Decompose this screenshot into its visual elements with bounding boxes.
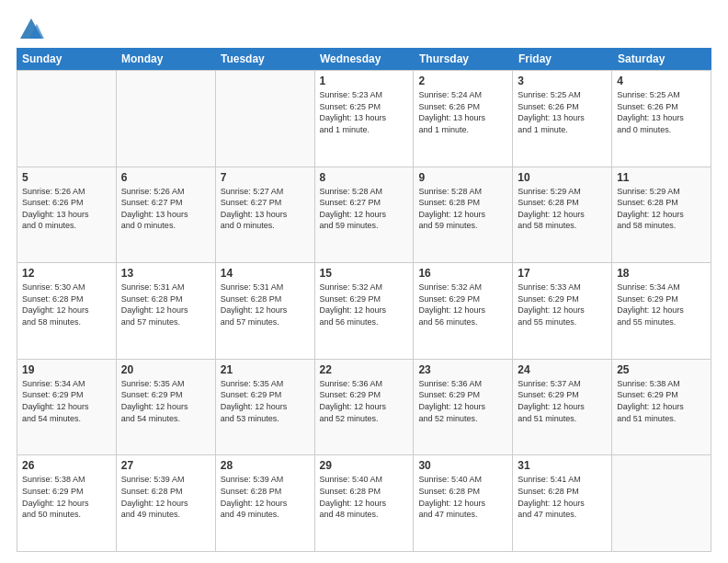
day-cell-21: 21Sunrise: 5:35 AM Sunset: 6:29 PM Dayli… xyxy=(216,360,315,455)
day-number: 18 xyxy=(617,267,706,280)
day-info: Sunrise: 5:35 AM Sunset: 6:29 PM Dayligh… xyxy=(221,378,310,424)
day-number: 28 xyxy=(221,459,310,472)
day-number: 24 xyxy=(518,363,607,376)
day-of-week-saturday: Saturday xyxy=(612,48,711,70)
week-row-4: 19Sunrise: 5:34 AM Sunset: 6:29 PM Dayli… xyxy=(17,360,711,456)
day-cell-19: 19Sunrise: 5:34 AM Sunset: 6:29 PM Dayli… xyxy=(17,360,117,455)
day-number: 7 xyxy=(221,171,310,184)
day-of-week-thursday: Thursday xyxy=(414,48,513,70)
day-number: 4 xyxy=(617,75,706,87)
empty-cell xyxy=(612,455,711,551)
day-info: Sunrise: 5:31 AM Sunset: 6:28 PM Dayligh… xyxy=(121,282,210,327)
day-info: Sunrise: 5:38 AM Sunset: 6:29 PM Dayligh… xyxy=(617,378,706,424)
day-number: 10 xyxy=(518,171,607,184)
day-number: 5 xyxy=(22,171,111,184)
day-number: 19 xyxy=(22,363,111,376)
day-cell-4: 4Sunrise: 5:25 AM Sunset: 6:26 PM Daylig… xyxy=(612,71,711,167)
day-number: 22 xyxy=(320,363,409,376)
day-cell-31: 31Sunrise: 5:41 AM Sunset: 6:28 PM Dayli… xyxy=(513,455,612,551)
day-cell-5: 5Sunrise: 5:26 AM Sunset: 6:26 PM Daylig… xyxy=(17,167,117,263)
day-of-week-monday: Monday xyxy=(116,48,215,70)
day-info: Sunrise: 5:38 AM Sunset: 6:29 PM Dayligh… xyxy=(22,474,111,520)
day-cell-28: 28Sunrise: 5:39 AM Sunset: 6:28 PM Dayli… xyxy=(216,455,315,551)
calendar-header: SundayMondayTuesdayWednesdayThursdayFrid… xyxy=(17,48,711,70)
day-cell-12: 12Sunrise: 5:30 AM Sunset: 6:28 PM Dayli… xyxy=(17,263,117,359)
day-cell-13: 13Sunrise: 5:31 AM Sunset: 6:28 PM Dayli… xyxy=(117,263,216,359)
day-cell-17: 17Sunrise: 5:33 AM Sunset: 6:29 PM Dayli… xyxy=(513,263,612,359)
day-info: Sunrise: 5:30 AM Sunset: 6:28 PM Dayligh… xyxy=(22,282,111,327)
day-info: Sunrise: 5:39 AM Sunset: 6:28 PM Dayligh… xyxy=(121,474,210,520)
day-number: 3 xyxy=(518,75,607,87)
day-info: Sunrise: 5:39 AM Sunset: 6:28 PM Dayligh… xyxy=(221,474,310,520)
day-number: 6 xyxy=(121,171,210,184)
day-info: Sunrise: 5:40 AM Sunset: 6:28 PM Dayligh… xyxy=(418,474,507,520)
day-info: Sunrise: 5:28 AM Sunset: 6:28 PM Dayligh… xyxy=(418,186,507,232)
day-info: Sunrise: 5:41 AM Sunset: 6:28 PM Dayligh… xyxy=(518,474,607,520)
day-cell-15: 15Sunrise: 5:32 AM Sunset: 6:29 PM Dayli… xyxy=(315,263,415,359)
day-cell-6: 6Sunrise: 5:26 AM Sunset: 6:27 PM Daylig… xyxy=(117,167,216,263)
day-number: 2 xyxy=(418,75,507,87)
day-number: 20 xyxy=(121,363,210,376)
week-row-2: 5Sunrise: 5:26 AM Sunset: 6:26 PM Daylig… xyxy=(17,167,711,264)
week-row-5: 26Sunrise: 5:38 AM Sunset: 6:29 PM Dayli… xyxy=(17,455,711,552)
day-of-week-friday: Friday xyxy=(513,48,612,70)
day-cell-23: 23Sunrise: 5:36 AM Sunset: 6:29 PM Dayli… xyxy=(414,360,513,455)
day-number: 26 xyxy=(22,459,111,472)
day-info: Sunrise: 5:34 AM Sunset: 6:29 PM Dayligh… xyxy=(617,282,706,327)
day-number: 12 xyxy=(22,267,111,280)
day-cell-26: 26Sunrise: 5:38 AM Sunset: 6:29 PM Dayli… xyxy=(17,455,117,551)
day-cell-27: 27Sunrise: 5:39 AM Sunset: 6:28 PM Dayli… xyxy=(117,455,216,551)
day-cell-18: 18Sunrise: 5:34 AM Sunset: 6:29 PM Dayli… xyxy=(612,263,711,359)
day-cell-7: 7Sunrise: 5:27 AM Sunset: 6:27 PM Daylig… xyxy=(216,167,315,263)
day-of-week-tuesday: Tuesday xyxy=(215,48,314,70)
day-number: 25 xyxy=(617,363,706,376)
week-row-1: 1Sunrise: 5:23 AM Sunset: 6:25 PM Daylig… xyxy=(17,71,711,167)
day-of-week-sunday: Sunday xyxy=(17,48,116,70)
day-number: 29 xyxy=(320,459,409,472)
logo xyxy=(17,17,44,39)
day-of-week-wednesday: Wednesday xyxy=(314,48,414,70)
day-info: Sunrise: 5:35 AM Sunset: 6:29 PM Dayligh… xyxy=(121,378,210,424)
day-info: Sunrise: 5:26 AM Sunset: 6:26 PM Dayligh… xyxy=(22,186,111,232)
day-info: Sunrise: 5:37 AM Sunset: 6:29 PM Dayligh… xyxy=(518,378,607,424)
logo-icon xyxy=(18,17,44,42)
day-cell-2: 2Sunrise: 5:24 AM Sunset: 6:26 PM Daylig… xyxy=(414,71,513,167)
empty-cell xyxy=(117,71,216,167)
day-cell-3: 3Sunrise: 5:25 AM Sunset: 6:26 PM Daylig… xyxy=(513,71,612,167)
day-info: Sunrise: 5:25 AM Sunset: 6:26 PM Dayligh… xyxy=(617,89,706,135)
day-number: 21 xyxy=(221,363,310,376)
day-info: Sunrise: 5:27 AM Sunset: 6:27 PM Dayligh… xyxy=(221,186,310,232)
empty-cell xyxy=(17,71,117,167)
day-number: 31 xyxy=(518,459,607,472)
day-cell-25: 25Sunrise: 5:38 AM Sunset: 6:29 PM Dayli… xyxy=(612,360,711,455)
day-number: 9 xyxy=(418,171,507,184)
day-number: 30 xyxy=(418,459,507,472)
day-number: 16 xyxy=(418,267,507,280)
day-number: 23 xyxy=(418,363,507,376)
day-info: Sunrise: 5:32 AM Sunset: 6:29 PM Dayligh… xyxy=(418,282,507,327)
day-info: Sunrise: 5:24 AM Sunset: 6:26 PM Dayligh… xyxy=(418,89,507,135)
day-info: Sunrise: 5:29 AM Sunset: 6:28 PM Dayligh… xyxy=(617,186,706,232)
day-cell-8: 8Sunrise: 5:28 AM Sunset: 6:27 PM Daylig… xyxy=(315,167,415,263)
day-number: 17 xyxy=(518,267,607,280)
calendar: SundayMondayTuesdayWednesdayThursdayFrid… xyxy=(17,48,711,552)
day-number: 14 xyxy=(221,267,310,280)
day-cell-11: 11Sunrise: 5:29 AM Sunset: 6:28 PM Dayli… xyxy=(612,167,711,263)
day-info: Sunrise: 5:26 AM Sunset: 6:27 PM Dayligh… xyxy=(121,186,210,232)
week-row-3: 12Sunrise: 5:30 AM Sunset: 6:28 PM Dayli… xyxy=(17,263,711,360)
day-info: Sunrise: 5:40 AM Sunset: 6:28 PM Dayligh… xyxy=(320,474,409,520)
day-cell-10: 10Sunrise: 5:29 AM Sunset: 6:28 PM Dayli… xyxy=(513,167,612,263)
day-number: 13 xyxy=(121,267,210,280)
day-cell-29: 29Sunrise: 5:40 AM Sunset: 6:28 PM Dayli… xyxy=(315,455,415,551)
day-cell-9: 9Sunrise: 5:28 AM Sunset: 6:28 PM Daylig… xyxy=(414,167,513,263)
day-cell-20: 20Sunrise: 5:35 AM Sunset: 6:29 PM Dayli… xyxy=(117,360,216,455)
day-number: 1 xyxy=(320,75,409,87)
day-info: Sunrise: 5:36 AM Sunset: 6:29 PM Dayligh… xyxy=(418,378,507,424)
day-info: Sunrise: 5:23 AM Sunset: 6:25 PM Dayligh… xyxy=(320,89,409,135)
day-info: Sunrise: 5:25 AM Sunset: 6:26 PM Dayligh… xyxy=(518,89,607,135)
page-header xyxy=(17,17,711,39)
day-number: 8 xyxy=(320,171,409,184)
day-info: Sunrise: 5:36 AM Sunset: 6:29 PM Dayligh… xyxy=(320,378,409,424)
day-info: Sunrise: 5:34 AM Sunset: 6:29 PM Dayligh… xyxy=(22,378,111,424)
day-cell-30: 30Sunrise: 5:40 AM Sunset: 6:28 PM Dayli… xyxy=(414,455,513,551)
